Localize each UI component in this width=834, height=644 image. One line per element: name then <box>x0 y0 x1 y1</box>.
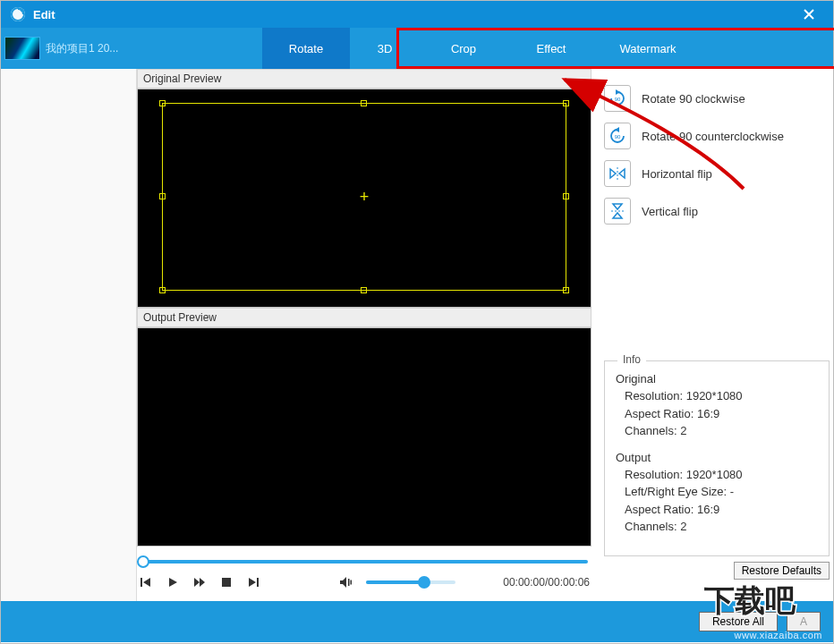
svg-marker-4 <box>143 578 150 587</box>
svg-text:90: 90 <box>615 134 621 140</box>
crop-handle-s[interactable] <box>361 287 367 293</box>
crop-center-icon[interactable]: + <box>356 189 372 205</box>
tab-3d[interactable]: 3D <box>350 28 420 69</box>
info-original-title: Original <box>616 372 820 386</box>
play-button[interactable] <box>166 575 180 589</box>
svg-marker-9 <box>249 578 256 587</box>
info-output-title: Output <box>616 451 820 464</box>
crop-handle-n[interactable] <box>361 100 367 106</box>
svg-marker-16 <box>615 127 619 132</box>
info-output-aspect: Aspect Ratio: 16:9 <box>625 501 820 519</box>
close-button[interactable] <box>794 1 824 28</box>
project-title: 我的项目1 20... <box>46 41 128 56</box>
info-output-lre: Left/Right Eye Size: - <box>625 483 820 501</box>
volume-icon[interactable] <box>339 575 353 589</box>
svg-rect-10 <box>257 578 259 587</box>
horizontal-flip-button[interactable] <box>604 160 631 187</box>
sidebar-item[interactable]: 我的项目1 20... <box>1 28 137 69</box>
original-preview[interactable]: + <box>137 89 591 308</box>
output-preview <box>137 327 591 547</box>
info-original-resolution: Resolution: 1920*1080 <box>625 387 820 405</box>
crop-handle-nw[interactable] <box>159 100 166 106</box>
horizontal-flip-label: Horizontal flip <box>642 167 712 181</box>
rotate-ccw-label: Rotate 90 counterclockwise <box>642 130 784 143</box>
info-output-channels: Channels: 2 <box>625 518 820 536</box>
volume-thumb[interactable] <box>418 576 430 589</box>
svg-marker-18 <box>610 169 616 178</box>
seek-thumb[interactable] <box>137 555 149 568</box>
tab-effect[interactable]: Effect <box>507 28 595 69</box>
svg-marker-6 <box>194 578 200 587</box>
time-display: 00:00:00/00:00:06 <box>503 576 590 589</box>
tab-watermark[interactable]: Watermark <box>595 28 701 69</box>
prev-button[interactable] <box>139 575 153 589</box>
info-legend: Info <box>617 353 646 366</box>
rotate-ccw-button[interactable]: 90 <box>604 123 631 149</box>
info-output-resolution: Resolution: 1920*1080 <box>625 466 820 484</box>
svg-rect-8 <box>222 578 231 587</box>
crop-handle-w[interactable] <box>159 193 166 199</box>
svg-marker-19 <box>619 169 625 178</box>
tab-crop[interactable]: Crop <box>420 28 507 69</box>
original-preview-label: Original Preview <box>137 69 591 89</box>
info-original-aspect: Aspect Ratio: 16:9 <box>625 405 820 423</box>
crop-handle-se[interactable] <box>563 287 569 293</box>
svg-marker-22 <box>613 213 622 218</box>
crop-handle-e[interactable] <box>563 193 569 199</box>
svg-rect-3 <box>140 578 142 587</box>
volume-slider[interactable] <box>366 580 455 584</box>
info-panel: Info Original Resolution: 1920*1080 Aspe… <box>604 360 830 556</box>
svg-rect-13 <box>351 580 353 585</box>
svg-marker-21 <box>613 204 622 209</box>
next-button[interactable] <box>246 575 260 589</box>
tab-bar: Rotate 3D Crop Effect Watermark <box>137 28 833 69</box>
restore-defaults-button[interactable]: Restore Defaults <box>734 562 830 580</box>
crop-handle-ne[interactable] <box>563 100 569 106</box>
tab-rotate[interactable]: Rotate <box>262 28 350 69</box>
svg-marker-7 <box>200 578 205 587</box>
rotate-cw-label: Rotate 90 clockwise <box>642 92 745 106</box>
svg-marker-11 <box>340 577 346 588</box>
fast-forward-button[interactable] <box>192 575 207 589</box>
stop-button[interactable] <box>219 575 234 589</box>
sidebar <box>1 69 137 601</box>
vertical-flip-button[interactable] <box>604 198 631 225</box>
vertical-flip-label: Vertical flip <box>642 205 698 218</box>
window-title: Edit <box>33 8 55 21</box>
svg-text:90: 90 <box>615 97 621 102</box>
project-thumbnail <box>4 37 40 60</box>
crop-frame[interactable]: + <box>162 103 566 291</box>
rotate-cw-button[interactable]: 90 <box>604 85 631 112</box>
seek-bar[interactable] <box>137 554 591 570</box>
info-original-channels: Channels: 2 <box>625 422 820 440</box>
apply-all-button[interactable]: A <box>787 612 821 631</box>
restore-all-button[interactable]: Restore All <box>699 612 778 631</box>
site-watermark: www.xiazaiba.com <box>735 630 822 640</box>
svg-marker-14 <box>616 89 620 95</box>
output-preview-label: Output Preview <box>137 308 591 327</box>
svg-marker-5 <box>169 578 177 587</box>
crop-handle-sw[interactable] <box>159 287 166 293</box>
app-icon <box>10 6 26 22</box>
svg-rect-12 <box>348 579 350 586</box>
